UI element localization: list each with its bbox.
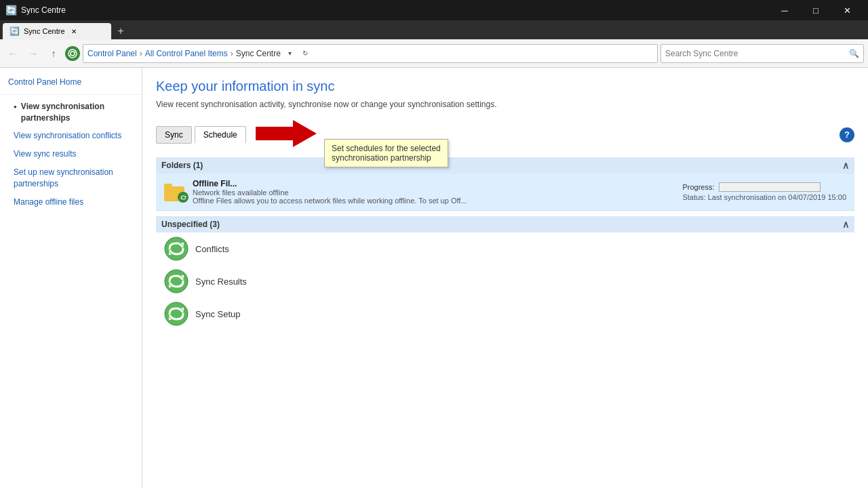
status-label: Status: — [682, 193, 705, 201]
search-icon: 🔍 — [849, 49, 859, 58]
window-controls: ─ □ ✕ — [769, 0, 863, 20]
status-line: Status: Last synchronisation on 04/07/20… — [682, 193, 846, 201]
main-layout: Control Panel Home View synchronisation … — [0, 68, 868, 488]
page-title: Keep your information in sync — [156, 79, 854, 94]
offline-files-item[interactable]: Offline Fil... Network files available o… — [156, 174, 854, 211]
forward-button[interactable]: → — [24, 45, 42, 62]
sync-icon-small — [68, 49, 77, 58]
progress-container: Progress: — [682, 182, 846, 192]
schedule-tooltip: Set schedules for the selected synchroni… — [324, 139, 448, 167]
offline-files-info: Offline Fil... Network files available o… — [193, 179, 682, 205]
titlebar: 🔄 Sync Centre ─ □ ✕ — [0, 0, 868, 20]
sidebar-item-view-conflicts[interactable]: View synchronisation conflicts — [0, 127, 142, 145]
sidebar-item-label: Manage offline files — [14, 197, 83, 208]
breadcrumb-sep-1: › — [140, 49, 142, 58]
breadcrumb-sep-2: › — [231, 49, 233, 58]
svg-point-12 — [165, 302, 188, 325]
address-icon — [65, 46, 80, 61]
sync-button[interactable]: Sync — [156, 126, 192, 144]
offline-files-icon — [164, 181, 186, 203]
offline-files-name: Offline Fil... — [193, 179, 682, 188]
unspecified-section-label: Unspecified (3) — [161, 220, 220, 229]
close-button[interactable]: ✕ — [831, 0, 863, 20]
tab-bar: 🔄 Sync Centre ✕ + — [0, 20, 868, 39]
sidebar-item-setup-new[interactable]: Set up new synchronisation partnerships — [0, 163, 142, 193]
sync-setup-item[interactable]: Sync Setup — [156, 298, 854, 330]
tooltip-line1: Set schedules for the selected — [332, 144, 441, 153]
sync-badge-icon — [180, 194, 187, 201]
sync-results-label: Sync Results — [195, 277, 247, 287]
sidebar-item-label: View synchronisation conflicts — [14, 130, 121, 142]
sidebar-item-label: Set up new synchronisation partnerships — [14, 167, 134, 190]
breadcrumb: Control Panel › All Control Panel Items … — [83, 44, 658, 63]
help-button[interactable]: ? — [840, 127, 854, 142]
sidebar: Control Panel Home View synchronisation … — [0, 68, 142, 488]
offline-files-subtitle: Network files available offline — [193, 188, 682, 197]
svg-point-9 — [165, 270, 188, 293]
search-input[interactable] — [665, 49, 846, 58]
sync-results-item[interactable]: Sync Results — [156, 265, 854, 298]
up-button[interactable]: ↑ — [45, 45, 62, 62]
folders-collapse-button[interactable]: ∧ — [842, 160, 849, 171]
svg-marker-3 — [256, 120, 317, 147]
sidebar-item-label: View synchronisation partnerships — [21, 101, 134, 124]
sidebar-item-view-results[interactable]: View sync results — [0, 145, 142, 163]
tab-close-button[interactable]: ✕ — [69, 26, 79, 36]
offline-files-status: Progress: Status: Last synchronisation o… — [682, 182, 846, 201]
offline-files-desc: Offline Files allows you to access netwo… — [193, 197, 682, 205]
app-icon: 🔄 — [5, 5, 17, 16]
status-value: Last synchronisation on 04/07/2019 15:00 — [708, 193, 846, 201]
breadcrumb-control-panel[interactable]: Control Panel — [87, 49, 137, 58]
addressbar: ← → ↑ Control Panel › All Control Panel … — [0, 39, 868, 68]
sync-results-icon — [164, 269, 189, 293]
app-title: Sync Centre — [21, 5, 66, 15]
toolbar: Sync Schedule Set schedules for the sele… — [156, 120, 854, 149]
control-panel-home-link[interactable]: Control Panel Home — [8, 77, 81, 88]
breadcrumb-end-buttons: ▾ ↻ — [283, 47, 312, 60]
svg-point-0 — [68, 49, 77, 58]
progress-bar — [719, 182, 821, 192]
sidebar-divider — [0, 94, 142, 95]
tab-label: Sync Centre — [24, 27, 65, 35]
tooltip-line2: synchronisation partnership — [332, 153, 441, 163]
sidebar-item-control-panel-home[interactable]: Control Panel Home — [0, 73, 142, 92]
folders-section-header[interactable]: Folders (1) ∧ — [156, 157, 854, 174]
unspecified-section: Unspecified (3) ∧ Conflicts — [156, 216, 854, 330]
search-box: 🔍 — [660, 44, 864, 63]
minimize-button[interactable]: ─ — [769, 0, 800, 20]
back-button[interactable]: ← — [4, 45, 22, 62]
sidebar-item-manage-offline[interactable]: Manage offline files — [0, 193, 142, 211]
sync-setup-label: Sync Setup — [195, 309, 241, 319]
tab-sync-centre[interactable]: 🔄 Sync Centre ✕ — [3, 23, 111, 39]
breadcrumb-all-items[interactable]: All Control Panel Items — [145, 49, 228, 58]
schedule-button[interactable]: Schedule — [195, 126, 246, 144]
conflicts-item[interactable]: Conflicts — [156, 232, 854, 265]
page-subtitle: View recent synchronisation activity, sy… — [156, 100, 854, 109]
folders-section-label: Folders (1) — [161, 161, 203, 170]
conflicts-icon — [164, 237, 189, 261]
conflicts-label: Conflicts — [195, 244, 229, 254]
breadcrumb-dropdown-button[interactable]: ▾ — [283, 47, 297, 60]
arrow-container — [256, 120, 317, 149]
refresh-button[interactable]: ↻ — [298, 47, 312, 60]
svg-point-6 — [165, 237, 188, 260]
titlebar-left: 🔄 Sync Centre — [5, 5, 66, 16]
content-area: Keep your information in sync View recen… — [142, 68, 868, 488]
sync-setup-icon — [164, 302, 189, 326]
sidebar-item-view-partnerships[interactable]: View synchronisation partnerships — [0, 98, 142, 127]
new-tab-button[interactable]: + — [111, 23, 130, 39]
unspecified-section-header[interactable]: Unspecified (3) ∧ — [156, 216, 854, 232]
red-arrow — [256, 120, 317, 147]
sidebar-item-label: View sync results — [14, 148, 76, 160]
breadcrumb-current: Sync Centre — [236, 49, 281, 58]
progress-label: Progress: — [682, 183, 714, 191]
maximize-button[interactable]: □ — [800, 0, 831, 20]
unspecified-collapse-button[interactable]: ∧ — [842, 219, 849, 230]
tab-icon: 🔄 — [9, 26, 20, 36]
